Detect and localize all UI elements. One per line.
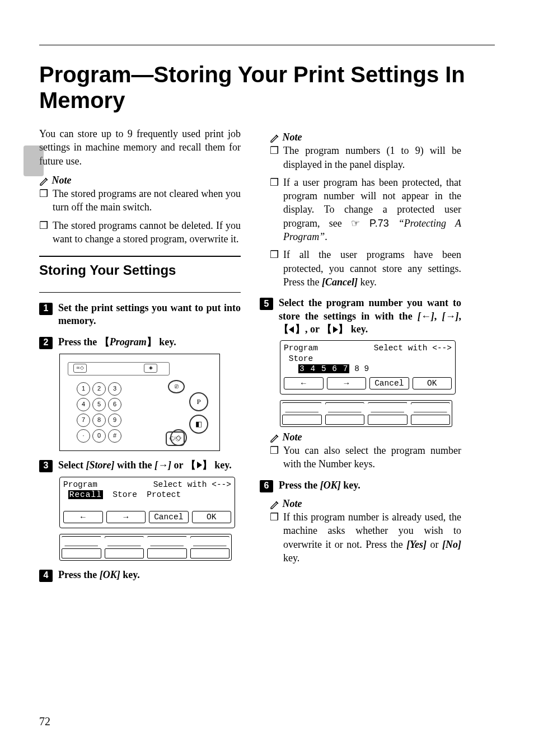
bullet-icon: ❒ bbox=[270, 510, 279, 565]
lcd5-digits-rest: 8 9 bbox=[349, 364, 369, 373]
note1-text-1: The stored programs are not cleared when… bbox=[53, 187, 241, 214]
lcd-left-icon: ∞◇ bbox=[73, 364, 87, 373]
step-number-icon: 6 bbox=[260, 480, 273, 492]
keypad-key-label: 4 bbox=[82, 400, 85, 408]
lcd5-btn-left: ← bbox=[284, 377, 324, 389]
softkeys-step3 bbox=[59, 534, 232, 561]
note2-text-3: If all the user programs have been prote… bbox=[283, 248, 461, 289]
lcd-right-icon: ◈ bbox=[144, 364, 157, 373]
softkey-icon bbox=[190, 548, 230, 558]
softkey-icon bbox=[368, 402, 407, 412]
right-triangle-key-icon: 【】 bbox=[186, 459, 212, 472]
step-6-text: Press the [OK] key. bbox=[279, 479, 461, 492]
keypad-key: 6 bbox=[108, 398, 121, 411]
step-4-post: key. bbox=[120, 569, 140, 580]
note-heading-4: Note bbox=[283, 498, 302, 509]
note-block-3: Note ❒ You can also select the program n… bbox=[270, 430, 461, 471]
step-5-text: Select the program number you want to st… bbox=[279, 297, 461, 336]
step-3-mid4: or bbox=[171, 459, 186, 471]
right-key-label: [→] bbox=[442, 311, 459, 322]
keypad-key: 5 bbox=[92, 398, 106, 411]
note1-item-2: ❒ The stored programs cannot be deleted.… bbox=[39, 219, 241, 246]
step-number-icon: 2 bbox=[39, 337, 53, 349]
note-heading-3: Note bbox=[283, 431, 302, 443]
lcd5-btn-right: → bbox=[327, 377, 367, 389]
program-button-icon: P bbox=[189, 392, 208, 411]
note2-item-1: ❒ The program numbers (1 to 9) will be d… bbox=[270, 144, 461, 171]
lcd5-store-label: Store bbox=[289, 354, 313, 363]
softkey-icon bbox=[62, 536, 101, 546]
lcd3-btn-left: ← bbox=[63, 511, 103, 523]
softkey-icon bbox=[147, 536, 187, 546]
pencil-icon bbox=[270, 133, 280, 143]
note2-text-2: If a user program has been protected, th… bbox=[283, 176, 461, 243]
lcd-screen-step5: Program Select with <--> Store 3 4 5 6 7… bbox=[280, 340, 456, 394]
step-number-icon: 5 bbox=[260, 298, 273, 310]
top-rule bbox=[39, 45, 495, 45]
step-6-post: key. bbox=[341, 480, 360, 491]
left-column: You can store up to 9 frequently used pr… bbox=[39, 127, 241, 586]
note-block-1: Note ❒ The stored programs are not clear… bbox=[39, 173, 241, 246]
softkey-icon bbox=[325, 415, 365, 425]
open-bracket-icon: 【 bbox=[100, 336, 110, 348]
lcd5-btn-cancel: Cancel bbox=[369, 377, 409, 389]
note4-or: or bbox=[427, 539, 442, 550]
close-bracket-icon: 】 bbox=[147, 336, 157, 348]
softkey-icon bbox=[411, 402, 451, 412]
store-key-label: [Store] bbox=[86, 459, 114, 471]
pencil-icon bbox=[270, 500, 280, 510]
step-2-pre: Press the bbox=[58, 336, 100, 348]
step-3: 3 Select [Store] with the [→] or 【】 key. bbox=[39, 459, 241, 472]
note4-text: If this program number is already used, … bbox=[283, 510, 461, 565]
step-1: 1 Set the print settings you want to put… bbox=[39, 302, 241, 328]
lcd3-btn-cancel: Cancel bbox=[149, 511, 189, 523]
note-block-2: Note ❒ The program numbers (1 to 9) will… bbox=[270, 130, 461, 289]
start-button-icon: ◇ bbox=[170, 429, 187, 446]
keypad-key-label: 7 bbox=[82, 416, 85, 424]
keypad-key-label: 3 bbox=[113, 384, 116, 393]
side-tab bbox=[24, 145, 44, 176]
step-number-icon: 4 bbox=[39, 570, 53, 582]
lcd3-tab-store: Store bbox=[113, 490, 137, 499]
lcd3-tab-recall: Recall bbox=[68, 490, 103, 499]
keypad-key-label: 6 bbox=[113, 400, 116, 408]
note1-item-1: ❒ The stored programs are not cleared wh… bbox=[39, 187, 241, 214]
step-number-icon: 3 bbox=[39, 460, 53, 472]
yes-key-label: [Yes] bbox=[406, 539, 427, 550]
right-column: Note ❒ The program numbers (1 to 9) will… bbox=[260, 127, 461, 586]
ok-key-label: [OK] bbox=[320, 480, 341, 491]
page: Printing Program—Storing Your Print Sett… bbox=[0, 0, 534, 756]
softkey-icon bbox=[105, 536, 144, 546]
section-rule-thin bbox=[39, 292, 241, 293]
step-3-post: key. bbox=[212, 459, 232, 471]
bullet-icon: ❒ bbox=[270, 144, 279, 171]
keypad-key: · bbox=[77, 429, 90, 443]
left-key-label: [←] bbox=[418, 311, 434, 322]
note4-tail: key. bbox=[283, 552, 299, 564]
bullet-icon: ❒ bbox=[270, 444, 279, 471]
keypad-key: # bbox=[108, 429, 121, 443]
keypad-key-label: 9 bbox=[113, 416, 116, 424]
lcd3-tab-protect: Protect bbox=[147, 490, 181, 499]
note-heading-2: Note bbox=[283, 132, 302, 143]
control-panel-illustration: ∞◇ ◈ 1 2 3 4 5 6 7 8 9 · 0 # ⎚ P bbox=[59, 354, 220, 451]
step-3-mid2: with the bbox=[114, 459, 154, 471]
keypad-key-label: 0 bbox=[97, 431, 101, 440]
keypad-key-label: 5 bbox=[97, 400, 101, 408]
lcd5-hint: Select with <--> bbox=[374, 343, 452, 353]
step-1-text: Set the print settings you want to put i… bbox=[58, 302, 241, 328]
step-6-pre: Press the bbox=[279, 480, 320, 491]
lcd5-digits-selected: 3 4 5 6 7 bbox=[298, 364, 349, 373]
lcd3-btn-right: → bbox=[106, 511, 146, 523]
lcd5-digits: 3 4 5 6 7 8 9 bbox=[284, 364, 452, 374]
step-number-icon: 1 bbox=[39, 303, 53, 315]
keypad-key: 4 bbox=[77, 398, 90, 411]
keypad-key-label: · bbox=[82, 431, 84, 440]
lcd3-button-row: ← → Cancel OK bbox=[63, 511, 231, 523]
step-4-text: Press the [OK] key. bbox=[58, 569, 241, 581]
step-5: 5 Select the program number you want to … bbox=[260, 297, 461, 336]
number-keypad: 1 2 3 4 5 6 7 8 9 · 0 # bbox=[77, 382, 121, 443]
keypad-key-label: 2 bbox=[97, 384, 101, 393]
keypad-key: 8 bbox=[92, 414, 106, 427]
note2-item-2: ❒ If a user program has been protected, … bbox=[270, 176, 461, 243]
